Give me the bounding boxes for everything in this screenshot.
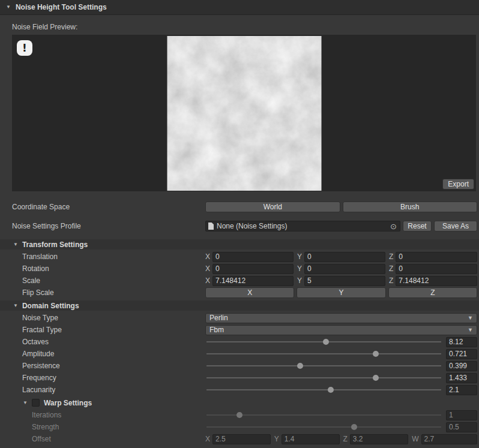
translation-z-field[interactable] [396, 252, 477, 262]
axis-y-label: Y [297, 276, 302, 285]
offset-w-field[interactable] [421, 434, 477, 444]
iterations-value-field[interactable] [446, 410, 477, 420]
info-icon: ! [17, 40, 32, 56]
strength-value-field[interactable] [446, 422, 477, 432]
coordinate-space-row: Coordinate Space World Brush [0, 201, 479, 213]
warp-settings-foldout[interactable]: ▼ Warp Settings [0, 398, 479, 408]
amplitude-slider[interactable] [206, 349, 441, 359]
amplitude-label: Amplitude [0, 350, 205, 358]
amplitude-value-field[interactable] [446, 349, 477, 359]
slider-handle[interactable] [297, 363, 303, 369]
offset-z-field[interactable] [350, 434, 408, 444]
domain-settings-title: Domain Settings [22, 302, 79, 310]
octaves-label: Octaves [0, 338, 205, 346]
scale-x-field[interactable] [212, 276, 294, 286]
object-field-value: None (Noise Settings) [217, 222, 387, 230]
warp-enabled-checkbox[interactable] [32, 399, 40, 407]
coordinate-space-brush-button[interactable]: Brush [343, 202, 478, 212]
object-picker-icon[interactable]: ⊙ [390, 223, 397, 230]
rotation-x-field[interactable] [212, 264, 294, 274]
preview-label: Noise Field Preview: [12, 23, 479, 31]
save-as-button[interactable]: Save As [434, 221, 477, 231]
axis-w-label: W [412, 435, 418, 443]
iterations-slider[interactable] [206, 410, 441, 420]
domain-settings-foldout[interactable]: ▼ Domain Settings [0, 300, 479, 311]
transform-settings-title: Transform Settings [22, 240, 88, 249]
offset-x-field[interactable] [212, 434, 271, 444]
axis-x-label: X [205, 264, 210, 273]
iterations-row: Iterations [0, 409, 479, 421]
lacunarity-row: Lacunarity [0, 384, 479, 396]
octaves-row: Octaves [0, 336, 479, 348]
rotation-row: Rotation X Y Z [0, 263, 479, 275]
translation-x-field[interactable] [212, 252, 294, 262]
persistence-slider[interactable] [206, 361, 441, 371]
frequency-row: Frequency [0, 372, 479, 384]
slider-handle[interactable] [373, 351, 379, 357]
amplitude-row: Amplitude [0, 348, 479, 360]
noise-settings-profile-row: Noise Settings Profile None (Noise Setti… [0, 220, 479, 232]
rotation-z-field[interactable] [396, 264, 477, 274]
noise-settings-profile-field[interactable]: None (Noise Settings) ⊙ [205, 221, 400, 231]
scale-z-field[interactable] [396, 276, 477, 286]
export-button[interactable]: Export [442, 179, 474, 190]
axis-x-label: X [205, 252, 210, 261]
flip-scale-label: Flip Scale [0, 288, 205, 297]
slider-handle[interactable] [373, 375, 379, 381]
persistence-row: Persistence [0, 360, 479, 372]
slider-track [206, 377, 441, 378]
slider-handle[interactable] [323, 339, 329, 345]
noise-settings-profile-label: Noise Settings Profile [0, 222, 205, 230]
panel-title: Noise Height Tool Settings [16, 3, 107, 11]
foldout-open-icon: ▼ [23, 401, 28, 405]
noise-type-dropdown[interactable]: Perlin ▼ [205, 313, 477, 323]
noise-texture-preview [167, 36, 321, 191]
axis-z-label: Z [389, 264, 393, 273]
lacunarity-label: Lacunarity [0, 386, 205, 394]
axis-z-label: Z [389, 276, 393, 285]
octaves-slider[interactable] [206, 337, 441, 347]
foldout-open-icon: ▼ [13, 242, 18, 247]
slider-track [206, 365, 441, 366]
reset-button[interactable]: Reset [403, 221, 432, 231]
scale-y-field[interactable] [304, 276, 385, 286]
foldout-open-icon: ▼ [13, 303, 18, 308]
flip-scale-row: Flip Scale X Y Z [0, 287, 479, 299]
rotation-label: Rotation [0, 264, 205, 273]
axis-x-label: X [205, 276, 210, 285]
chevron-down-icon: ▼ [468, 327, 473, 333]
transform-settings-foldout[interactable]: ▼ Transform Settings [0, 239, 479, 249]
chevron-down-icon: ▼ [468, 315, 473, 321]
lacunarity-value-field[interactable] [446, 385, 477, 395]
strength-slider[interactable] [206, 422, 441, 432]
warp-settings-title: Warp Settings [44, 399, 92, 407]
panel-header[interactable]: ▼ Noise Height Tool Settings [0, 0, 479, 15]
flip-scale-y-button[interactable]: Y [297, 287, 385, 298]
slider-track [206, 389, 441, 390]
octaves-value-field[interactable] [446, 337, 477, 347]
coordinate-space-world-button[interactable]: World [205, 202, 340, 212]
offset-y-field[interactable] [282, 434, 340, 444]
fractal-type-dropdown[interactable]: Fbm ▼ [205, 325, 477, 335]
lacunarity-slider[interactable] [206, 385, 441, 395]
slider-handle[interactable] [236, 412, 243, 418]
slider-track [206, 426, 441, 428]
translation-label: Translation [0, 252, 205, 261]
fractal-type-row: Fractal Type Fbm ▼ [0, 324, 479, 336]
rotation-y-field[interactable] [304, 264, 385, 274]
noise-type-value: Perlin [209, 314, 468, 322]
translation-row: Translation X Y Z [0, 251, 479, 263]
persistence-value-field[interactable] [446, 361, 477, 371]
axis-y-label: Y [297, 264, 302, 273]
flip-scale-x-button[interactable]: X [205, 287, 294, 298]
slider-handle[interactable] [328, 387, 334, 393]
noise-type-label: Noise Type [0, 314, 205, 322]
frequency-slider[interactable] [206, 373, 441, 383]
axis-z-label: Z [389, 252, 393, 261]
flip-scale-z-button[interactable]: Z [388, 287, 477, 298]
fractal-type-label: Fractal Type [0, 326, 205, 334]
slider-handle[interactable] [351, 424, 357, 430]
frequency-value-field[interactable] [446, 373, 477, 383]
offset-row: Offset X Y Z W [0, 433, 479, 445]
translation-y-field[interactable] [304, 252, 385, 262]
